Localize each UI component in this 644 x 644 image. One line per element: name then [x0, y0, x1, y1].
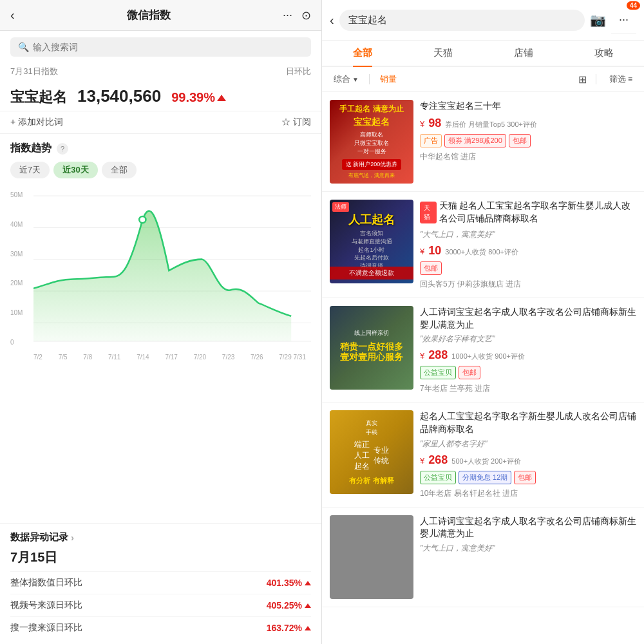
product-item-2[interactable]: 法师 人工起名 吉名须知与老师直接沟通起名1小时先起名后付款诗词意境 不满意全额…	[322, 192, 644, 298]
metric-value-2: 405.25%	[267, 600, 302, 611]
x-label-8: 7/23	[222, 354, 234, 361]
up-arrow-icon	[217, 95, 226, 101]
store-row-3: 7年老店 兰亭苑 进店	[420, 383, 636, 394]
metric-label-2: 视频号来源日环比	[10, 600, 82, 611]
product-info-3: 人工诗词宝宝起名字成人取名字改名公司店铺商标新生婴儿满意为止 "效果好名字棒有文…	[420, 306, 636, 394]
y-label-30m: 30M	[10, 251, 23, 258]
right-header: ‹ 宝宝起名 📷 ··· 44	[322, 0, 644, 41]
subscribe-button[interactable]: ☆ 订阅	[281, 117, 311, 128]
product-item-1[interactable]: 手工起名 满意为止 宝宝起名 高师取名只微宝宝取名一对一服务 送 新用户200优…	[322, 92, 644, 192]
product-image-4: 真实手稿 端正人工起名 专业传统 有分析 有解释	[330, 410, 413, 494]
tabs-row: 全部 天猫 店铺 攻略	[322, 41, 644, 67]
filter-divider-2	[596, 74, 596, 84]
price-meta-3: 1000+人收货 900+评价	[451, 352, 525, 361]
search-icon: 🔍	[18, 42, 29, 52]
arrow-up-icon-1	[305, 581, 311, 585]
metric-row-1: 整体指数值日环比 401.35%	[10, 571, 311, 594]
search-input[interactable]	[33, 42, 303, 52]
trend-section: 指数趋势 ? 近7天 近30天 全部 50M 40M 30M 20M 10M 0	[0, 134, 321, 520]
product-title-5: 人工诗词宝宝起名字成人取名字改名公司店铺商标新生婴儿满意为止	[420, 515, 636, 540]
x-label-9: 7/26	[251, 354, 263, 361]
filter-screen-label: 筛选	[609, 73, 626, 85]
right-search-text: 宝宝起名	[348, 14, 387, 26]
x-axis-labels: 7/2 7/5 7/8 7/11 7/14 7/17 7/20 7/23 7/2…	[10, 352, 311, 361]
price-value-3: 288	[428, 348, 448, 362]
y-label-10m: 10M	[10, 309, 23, 316]
keyword: 宝宝起名	[10, 88, 67, 107]
price-value-1: 98	[428, 117, 441, 130]
x-label-2: 7/5	[59, 354, 68, 361]
tab-store[interactable]: 店铺	[483, 41, 564, 66]
tab-7days[interactable]: 近7天	[10, 162, 50, 178]
right-back-button[interactable]: ‹	[330, 13, 334, 28]
tag-green-3: 公益宝贝	[420, 366, 456, 379]
product-item-3[interactable]: 线上同样亲切 稍贵一点好很多壹对壹用心服务 人工诗词宝宝起名字成人取名字改名公司…	[322, 298, 644, 402]
search-bar[interactable]: 🔍	[10, 37, 311, 57]
tmall-tag-2: 天猫	[420, 202, 437, 223]
metric-change-2: 405.25%	[267, 600, 311, 611]
x-label-6: 7/17	[165, 354, 177, 361]
metric-change-3: 163.72%	[267, 623, 311, 633]
x-label-7: 7/20	[194, 354, 206, 361]
tab-all[interactable]: 全部	[102, 162, 137, 178]
date-label: 7月31日指数	[10, 66, 58, 77]
filter-comprehensive[interactable]: 综合 ▼	[330, 72, 363, 86]
store-row-1: 中华起名馆 进店	[420, 151, 636, 162]
camera-icon[interactable]: 📷	[590, 12, 606, 28]
tag-green-4: 公益宝贝	[420, 471, 456, 484]
chart-peak-dot	[139, 216, 146, 223]
more-button[interactable]: ···	[283, 8, 292, 22]
metric-change-1: 401.35%	[267, 578, 311, 588]
y-axis-labels: 50M 40M 30M 20M 10M 0	[10, 185, 23, 352]
chevron-right-icon: ›	[71, 532, 74, 543]
store-row-2: 回头客5万 伊莉莎旗舰店 进店	[420, 279, 636, 290]
filter-screen[interactable]: 筛选 ≡	[605, 72, 636, 86]
left-header: ‹ 微信指数 ··· ⊙	[0, 0, 321, 31]
product-title-4: 起名人工宝宝起名字取名字新生婴儿成人改名公司店铺品牌商标取名	[420, 410, 636, 435]
price-row-4: ¥ 268 500+人收货 200+评价	[420, 453, 636, 467]
right-search-box[interactable]: 宝宝起名	[339, 10, 585, 31]
trend-title-row: 指数趋势 ?	[10, 142, 311, 155]
target-button[interactable]: ⊙	[301, 8, 311, 23]
tab-30days[interactable]: 近30天	[53, 162, 97, 178]
add-compare-button[interactable]: + 添加对比词	[10, 117, 63, 128]
tag-free-ship-4: 包邮	[514, 471, 536, 484]
right-more-button[interactable]: ··· 44	[611, 6, 636, 33]
price-meta-2: 3000+人收货 800+评价	[445, 247, 518, 257]
change-text: 99.39%	[171, 90, 215, 105]
product-subtitle-2: "大气上口，寓意美好"	[420, 229, 636, 240]
tab-tmall[interactable]: 天猫	[402, 41, 483, 66]
anomaly-title[interactable]: 数据异动记录 ›	[10, 531, 311, 544]
price-row-3: ¥ 288 1000+人收货 900+评价	[420, 348, 636, 362]
header-right-icons: ··· ⊙	[283, 8, 311, 23]
left-panel: ‹ 微信指数 ··· ⊙ 🔍 7月31日指数 日环比 宝宝起名 13,540,5…	[0, 0, 322, 644]
right-panel: ‹ 宝宝起名 📷 ··· 44 全部 天猫 店铺 攻略 综合 ▼ 销量 ⊞ 筛选	[322, 0, 644, 644]
product-title-2: 天猫 起名人工宝宝起名字取名字新生婴儿成人改名公司店铺品牌商标取名	[439, 200, 636, 225]
filter-sales-label: 销量	[380, 73, 397, 85]
tab-all[interactable]: 全部	[322, 41, 402, 66]
trend-help-icon[interactable]: ?	[57, 143, 68, 155]
filter-sales[interactable]: 销量	[376, 72, 401, 86]
grid-toggle-icon[interactable]: ⊞	[578, 73, 587, 86]
y-label-0: 0	[10, 339, 23, 346]
product-image-2: 法师 人工起名 吉名须知与老师直接沟通起名1小时先起名后付款诗词意境 不满意全额…	[330, 200, 413, 283]
add-compare-label: + 添加对比词	[10, 117, 63, 128]
chart-svg	[33, 185, 311, 352]
price-row-2: ¥ 10 3000+人收货 800+评价	[420, 244, 636, 258]
metric-row-2: 视频号来源日环比 405.25%	[10, 594, 311, 616]
anomaly-date: 7月15日	[10, 549, 311, 566]
y-label-40m: 40M	[10, 221, 23, 228]
metric-label-3: 搜一搜来源日环比	[10, 622, 82, 634]
products-list[interactable]: 手工起名 满意为止 宝宝起名 高师取名只微宝宝取名一对一服务 送 新用户200优…	[322, 92, 644, 644]
price-meta-4: 500+人收货 200+评价	[451, 457, 521, 466]
back-button[interactable]: ‹	[10, 8, 15, 23]
y-label-50m: 50M	[10, 191, 23, 198]
trend-tabs: 近7天 近30天 全部	[10, 162, 311, 178]
tab-guide[interactable]: 攻略	[564, 41, 644, 66]
product-info-2: 天猫 天猫 起名人工宝宝起名字取名字新生婴儿成人改名公司店铺品牌商标取名 "大气…	[420, 200, 636, 290]
tags-row-1: 广告 领券 满298减200 包邮	[420, 134, 636, 147]
product-item-4[interactable]: 真实手稿 端正人工起名 专业传统 有分析 有解释 起名人工宝宝起名字取名字新生婴…	[322, 402, 644, 507]
product-item-5[interactable]: 人工诗词宝宝起名字成人取名字改名公司店铺商标新生婴儿满意为止 "大气上口，寓意美…	[322, 507, 644, 607]
trend-title: 指数趋势	[10, 142, 52, 155]
product-info-5: 人工诗词宝宝起名字成人取名字改名公司店铺商标新生婴儿满意为止 "大气上口，寓意美…	[420, 515, 636, 599]
